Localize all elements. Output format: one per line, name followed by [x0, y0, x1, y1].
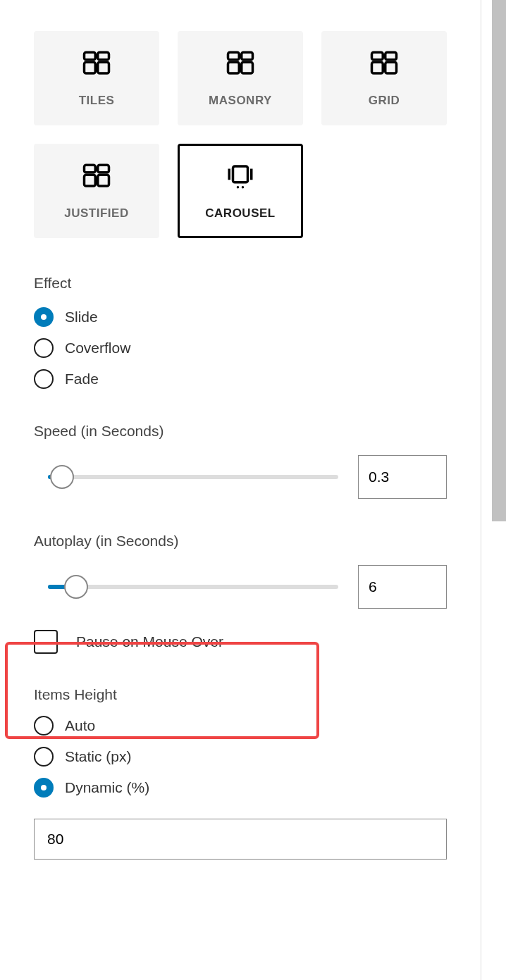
layout-label: TILES — [79, 94, 115, 108]
radio-label: Fade — [65, 371, 99, 387]
height-option-auto[interactable]: Auto — [34, 716, 447, 736]
layout-option-tiles[interactable]: TILES — [34, 31, 159, 125]
masonry-icon — [226, 49, 255, 78]
layout-label: MASONRY — [209, 94, 272, 108]
radio-icon — [34, 307, 54, 327]
svg-rect-2 — [85, 62, 96, 73]
svg-rect-9 — [385, 52, 397, 60]
effect-option-fade[interactable]: Fade — [34, 369, 447, 389]
autoplay-input[interactable] — [358, 565, 447, 609]
svg-rect-5 — [242, 52, 253, 60]
radio-label: Dynamic (%) — [65, 779, 149, 796]
effect-option-coverflow[interactable]: Coverflow — [34, 338, 447, 358]
radio-label: Auto — [65, 717, 95, 734]
effect-label: Effect — [34, 275, 447, 292]
slider-thumb[interactable] — [50, 465, 74, 489]
radio-label: Slide — [65, 309, 98, 325]
layout-option-carousel[interactable]: CAROUSEL — [178, 144, 303, 238]
radio-icon — [34, 778, 54, 798]
svg-rect-4 — [228, 52, 240, 60]
autoplay-control — [34, 565, 447, 609]
height-option-dynamic[interactable]: Dynamic (%) — [34, 778, 447, 798]
radio-label: Static (px) — [65, 748, 132, 765]
layout-label: CAROUSEL — [205, 206, 275, 221]
svg-point-20 — [242, 186, 245, 189]
layout-option-masonry[interactable]: MASONRY — [178, 31, 303, 125]
slider-track — [48, 585, 338, 589]
svg-rect-1 — [98, 52, 109, 60]
layout-label: GRID — [369, 94, 400, 108]
layout-label: JUSTIFIED — [64, 206, 128, 221]
svg-rect-16 — [233, 166, 248, 182]
effect-radio-group: Slide Coverflow Fade — [34, 307, 447, 389]
svg-rect-12 — [85, 165, 96, 173]
items-height-radio-group: Auto Static (px) Dynamic (%) — [34, 716, 447, 798]
pause-checkbox[interactable] — [34, 630, 58, 654]
scrollbar[interactable] — [492, 0, 506, 521]
effect-option-slide[interactable]: Slide — [34, 307, 447, 327]
pause-label: Pause on Mouse Over — [76, 633, 223, 650]
svg-rect-8 — [372, 52, 383, 60]
radio-icon — [34, 338, 54, 358]
svg-rect-3 — [98, 62, 109, 73]
items-height-label: Items Height — [34, 686, 447, 703]
svg-rect-15 — [98, 175, 109, 186]
svg-rect-14 — [85, 175, 96, 186]
layout-option-justified[interactable]: JUSTIFIED — [34, 144, 159, 238]
svg-rect-13 — [98, 165, 109, 173]
settings-panel: TILES MASONRY GRID — [0, 0, 481, 980]
svg-rect-6 — [228, 62, 240, 73]
layout-option-grid[interactable]: GRID — [321, 31, 447, 125]
radio-icon — [34, 747, 54, 767]
svg-rect-10 — [372, 62, 383, 73]
svg-point-19 — [237, 186, 240, 189]
layout-chooser: TILES MASONRY GRID — [34, 31, 447, 238]
speed-input[interactable] — [358, 455, 447, 499]
speed-slider[interactable] — [48, 464, 338, 490]
height-option-static[interactable]: Static (px) — [34, 747, 447, 767]
slider-thumb[interactable] — [64, 575, 88, 599]
carousel-icon — [226, 161, 255, 191]
speed-label: Speed (in Seconds) — [34, 423, 447, 440]
radio-icon — [34, 716, 54, 736]
items-height-input[interactable] — [34, 819, 447, 860]
justified-icon — [82, 161, 111, 191]
slider-track — [48, 475, 338, 479]
radio-label: Coverflow — [65, 340, 130, 356]
tiles-icon — [82, 49, 111, 78]
autoplay-label: Autoplay (in Seconds) — [34, 533, 447, 550]
grid-icon — [369, 49, 399, 78]
svg-rect-0 — [85, 52, 96, 60]
radio-icon — [34, 369, 54, 389]
svg-rect-11 — [385, 62, 397, 73]
svg-rect-7 — [242, 62, 253, 73]
pause-on-hover-row: Pause on Mouse Over — [34, 609, 447, 675]
autoplay-slider[interactable] — [48, 574, 338, 600]
speed-control — [34, 455, 447, 499]
